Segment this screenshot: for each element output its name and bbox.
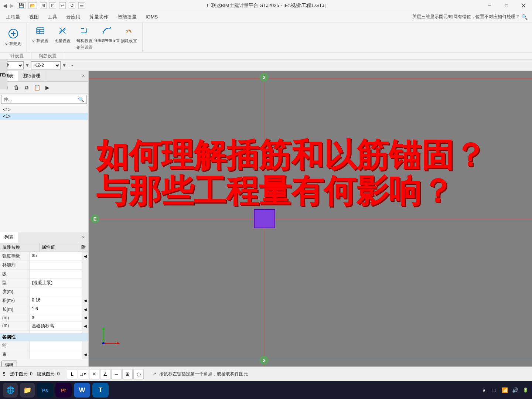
- view-icon[interactable]: ⊡: [50, 2, 56, 9]
- tray-network[interactable]: 📶: [501, 386, 508, 394]
- taskbar-glodon[interactable]: T: [92, 383, 109, 398]
- redo-icon[interactable]: ↺: [69, 2, 75, 9]
- close-button[interactable]: ✕: [515, 0, 532, 11]
- prop-value-bujiaji[interactable]: [30, 261, 82, 269]
- props-edit-button[interactable]: 编辑: [1, 361, 17, 367]
- prop-edit-xing[interactable]: [82, 279, 88, 287]
- panel-search-input[interactable]: [4, 97, 78, 102]
- taskbar-edge[interactable]: 🌐: [3, 383, 18, 398]
- prop-name-m2: (m): [0, 322, 30, 330]
- panel-tab2-close[interactable]: ×: [79, 232, 88, 243]
- toolbar-btn-sunhao[interactable]: 损耗设置: [119, 25, 139, 44]
- more-icon[interactable]: ☰: [78, 2, 85, 9]
- maximize-button[interactable]: □: [498, 0, 515, 11]
- tray-battery[interactable]: 🔋: [522, 386, 529, 394]
- prop-value-m2[interactable]: 基础顶标高: [30, 322, 82, 330]
- prop-name-ji: 级: [0, 270, 30, 278]
- status-count-value: 5: [3, 372, 6, 377]
- panel-btn-copy[interactable]: ⧉: [22, 83, 31, 92]
- save-icon[interactable]: 💾: [17, 2, 25, 9]
- window-controls[interactable]: ─ □ ✕: [481, 0, 532, 11]
- menu-gongchengliang[interactable]: 工程量: [1, 12, 25, 22]
- panel-search-box[interactable]: 🔍: [1, 95, 87, 104]
- tool-btn-rect[interactable]: □▼: [78, 369, 88, 379]
- menu-igms[interactable]: IGMS: [141, 13, 162, 21]
- prop-name-qiangdu: 强度等级: [0, 252, 30, 260]
- prop-value-jin[interactable]: [30, 341, 82, 350]
- nav-forward-icon[interactable]: ▶: [10, 3, 14, 8]
- tree-item-2[interactable]: <1>: [0, 113, 88, 120]
- prop-edit-m1[interactable]: ◀: [82, 314, 88, 321]
- props-row-bujiaji: 补加剂: [0, 261, 88, 270]
- toolbar-label-wangousezhi: 弯构设置: [76, 38, 93, 44]
- prop-value-ji-m2[interactable]: 0.16: [30, 296, 82, 305]
- prop-value-chang[interactable]: 1.6: [30, 305, 82, 314]
- props-row-m2: (m) 基础顶标高 ◀: [0, 322, 88, 331]
- panel-btn-paste[interactable]: 📋: [32, 83, 42, 92]
- toolbar-btn-wanqusezhi[interactable]: 弯曲调整值设置: [96, 25, 117, 44]
- panel-btn-delete[interactable]: 🗑: [11, 83, 21, 92]
- search-icon[interactable]: 🔍: [521, 14, 528, 20]
- prop-value-xing[interactable]: (混凝土泵): [30, 279, 82, 287]
- toolbar-section: 计设置 钢筋设置: [0, 52, 532, 60]
- tool-btn-angle[interactable]: ∠: [100, 369, 110, 379]
- panel-tab-drawings[interactable]: 图纸管理: [18, 71, 45, 81]
- minimize-button[interactable]: ─: [481, 0, 498, 11]
- prop-value-shu[interactable]: [30, 350, 82, 359]
- menu-yunyingyong[interactable]: 云应用: [62, 12, 85, 22]
- toolbar-btn-biliansezhi[interactable]: 比量设置: [52, 25, 73, 44]
- prop-edit-chang[interactable]: ◀: [82, 305, 88, 314]
- panel-btn-more[interactable]: ▶: [42, 83, 52, 92]
- panel-tab2-list[interactable]: 列表: [0, 232, 18, 243]
- undo-icon[interactable]: ↩: [59, 2, 66, 9]
- left-panel: T E n 列表 图纸管理 × □ 🗑 ⧉ 📋 ▶ 🔍 <1> <1>: [0, 71, 89, 366]
- prop-value-dum[interactable]: [30, 287, 82, 296]
- prop-name-xing: 型: [0, 279, 30, 287]
- prop-edit-bujiaji[interactable]: [82, 261, 88, 269]
- tool-btn-grid[interactable]: ⊞: [122, 369, 133, 379]
- tool-btn-dash[interactable]: ─: [111, 369, 122, 379]
- tray-expand[interactable]: ∧: [480, 386, 488, 394]
- prop-value-ji[interactable]: [30, 270, 82, 278]
- menu-suanliangxiezuo[interactable]: 算量协作: [85, 12, 113, 22]
- taskbar-apps: 🌐 📁 Ps Pr W T: [3, 383, 109, 398]
- prop-value-qiangdu[interactable]: 35: [30, 252, 82, 260]
- panel-tabs: 列表 图纸管理 ×: [0, 71, 88, 82]
- ten-text3: n: [5, 72, 8, 78]
- tool-btn-L[interactable]: L: [67, 369, 77, 379]
- taskbar-premiere[interactable]: Pr: [55, 383, 72, 398]
- tool-btn-x[interactable]: ✕: [89, 369, 99, 379]
- taskbar-photoshop[interactable]: Ps: [37, 383, 53, 398]
- prop-edit-dum[interactable]: [82, 287, 88, 296]
- component-id-select[interactable]: KZ-2: [31, 61, 61, 69]
- prop-edit-ji-m2[interactable]: ◀: [82, 296, 88, 305]
- nav-back-icon[interactable]: ◀: [3, 3, 7, 8]
- toolbar-btn-wangousezhi[interactable]: 弯构设置: [74, 25, 95, 44]
- toolbar-btn-jisuansezhi[interactable]: 计算设置: [30, 25, 51, 44]
- prop-edit-qiangdu[interactable]: ◀: [82, 252, 88, 260]
- prop-edit-jin[interactable]: [82, 341, 88, 350]
- prop-edit-ji[interactable]: [82, 270, 88, 278]
- status-selected: 选中图元: 0: [10, 371, 33, 377]
- toolbar-btn-jisuanguize[interactable]: 计算规则: [3, 28, 24, 47]
- column-element[interactable]: [254, 209, 275, 228]
- tree-item-1[interactable]: <1>: [0, 106, 88, 113]
- tray-system[interactable]: □: [491, 386, 498, 394]
- calc-settings-icon: [35, 25, 45, 37]
- panel-close-button[interactable]: ×: [79, 71, 88, 81]
- grid-icon[interactable]: ⊞: [40, 2, 47, 9]
- prop-edit-m2[interactable]: ◀: [82, 322, 88, 330]
- prop-value-m1[interactable]: 3: [30, 314, 82, 321]
- menu-shitu[interactable]: 视图: [25, 12, 43, 22]
- canvas-area[interactable]: 2 E 2 如何理解插筋和以筋锚固？ 与那些工程量有何: [89, 71, 532, 366]
- taskbar-word[interactable]: W: [74, 383, 90, 398]
- menu-gongju[interactable]: 工具: [43, 12, 62, 22]
- bend-settings-icon: [79, 25, 90, 37]
- tool-btn-circle[interactable]: ◌: [133, 369, 144, 379]
- tray-volume[interactable]: 🔊: [511, 386, 519, 394]
- prop-edit-shu[interactable]: ◀: [82, 350, 88, 359]
- taskbar-folder[interactable]: 📁: [20, 383, 35, 398]
- menu-zhinengtiiliang[interactable]: 智能提量: [113, 12, 141, 22]
- grid-line-h-bottom: [89, 359, 532, 359]
- open-icon[interactable]: 📂: [28, 2, 37, 9]
